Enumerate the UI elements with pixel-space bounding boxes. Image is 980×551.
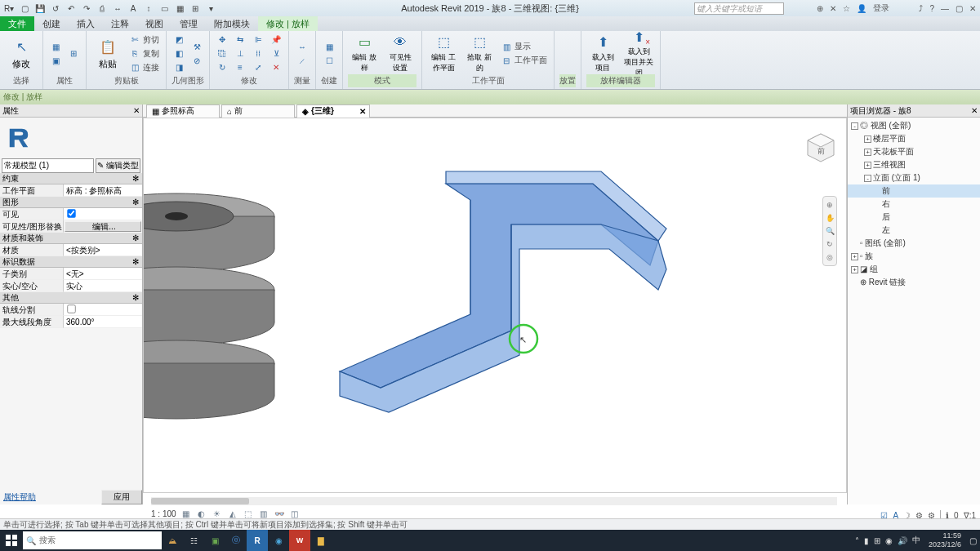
viewer-btn[interactable]: ⊟工作平面 [499, 54, 549, 67]
view-tab-reflevel[interactable]: ▦参照标高 [146, 104, 220, 118]
prop-material-value[interactable]: <按类别> [64, 244, 142, 256]
properties-help-link[interactable]: 属性帮助 [0, 490, 101, 504]
orbit-icon[interactable]: ↻ [824, 238, 835, 250]
prop-subcat-value[interactable]: <无> [64, 268, 142, 280]
login-link[interactable]: 登录 [873, 2, 889, 14]
type-selector[interactable]: 常规模型 (1) [2, 158, 94, 173]
expand-icon[interactable]: - [851, 122, 858, 130]
expand-icon[interactable]: + [851, 253, 858, 260]
section-identity[interactable]: 标识数据✻ [0, 256, 142, 268]
pb-views[interactable]: 视图 (全部) [871, 121, 911, 130]
tab-manage[interactable]: 管理 [172, 16, 206, 31]
tray-devices-icon[interactable]: ⊞ [874, 536, 880, 545]
view-tab-3d[interactable]: ◈{三维} ✕ [296, 104, 370, 118]
demolish-btn[interactable]: ⚒ [189, 40, 204, 53]
task-app2-icon[interactable]: ☷ [183, 530, 204, 551]
pb-front[interactable]: 前 [882, 186, 890, 195]
view-tab-front[interactable]: ⌂前 [221, 104, 295, 118]
wheel-icon[interactable]: ◎ [824, 251, 835, 263]
tab-insert[interactable]: 插入 [69, 16, 103, 31]
mirror-btn[interactable]: ⇆ [233, 33, 247, 47]
zoom-icon[interactable]: 🔍 [824, 225, 835, 237]
text-icon[interactable]: A [127, 2, 140, 15]
tray-up-icon[interactable]: ˄ [855, 536, 859, 545]
edit-wp-button[interactable]: ⬚ 编辑 工作平面 [427, 33, 460, 74]
pin-btn[interactable]: 📌 [269, 33, 283, 47]
tray-battery-icon[interactable]: ▮ [864, 536, 869, 545]
measure-icon[interactable]: ↔ [111, 2, 124, 15]
undo-icon[interactable]: ↶ [65, 2, 78, 15]
create-similar-btn[interactable]: ▦ [322, 40, 336, 53]
dim-btn[interactable]: ↔ [295, 40, 310, 53]
offset-btn[interactable]: ≡ [233, 61, 247, 74]
paste-button[interactable]: 📋 粘贴 [91, 33, 124, 74]
section-graphics[interactable]: 图形✻ [0, 197, 142, 208]
redo-icon[interactable]: ↷ [80, 2, 93, 15]
tray-volume-icon[interactable]: 🔊 [898, 536, 907, 545]
close-tab-icon[interactable]: ✕ [359, 107, 366, 116]
expand-icon[interactable]: + [864, 162, 871, 169]
prop-maxang-value[interactable]: 360.00° [64, 316, 142, 328]
start-button[interactable] [0, 530, 23, 551]
pb-close-icon[interactable]: ✕ [971, 106, 978, 115]
pb-groups[interactable]: 组 [870, 264, 878, 273]
prop-traj-value[interactable] [64, 304, 142, 316]
modify-button[interactable]: ↖ 修改 [5, 33, 38, 74]
tab-create[interactable]: 创建 [34, 16, 69, 31]
traj-checkbox[interactable] [67, 304, 75, 313]
join-geom-btn[interactable]: ◨ [172, 61, 186, 74]
prop-vg-button[interactable]: 编辑... [65, 221, 141, 232]
pb-right[interactable]: 右 [882, 199, 890, 208]
join-button[interactable]: ◫连接 [127, 61, 161, 74]
align-btn[interactable]: ⊫ [251, 33, 265, 47]
shadows-icon[interactable]: ◭ [227, 508, 238, 519]
visible-checkbox[interactable] [67, 209, 75, 217]
dim-icon[interactable]: ↕ [142, 2, 155, 15]
user-icon[interactable]: 👤 [857, 4, 866, 13]
pb-back[interactable]: 后 [882, 212, 890, 221]
pb-3d[interactable]: 三维视图 [873, 160, 906, 169]
keep-signed-icon[interactable]: ✕ [830, 4, 836, 13]
help-icon[interactable]: ? [929, 4, 934, 13]
edit-type-button[interactable]: ✎ 编辑类型 [96, 158, 140, 173]
infocenter-icon[interactable]: ⊕ [817, 4, 823, 13]
props-btn[interactable]: ▦ [48, 40, 63, 53]
taskbar-clock[interactable]: 11:59 2023/12/6 [925, 531, 964, 549]
revit-app-icon[interactable]: R▾ [2, 2, 16, 15]
view-scale[interactable]: 1 : 100 [151, 509, 176, 518]
showcrop-icon[interactable]: ▥ [258, 508, 270, 519]
section-icon[interactable]: ▭ [158, 2, 171, 15]
tab-file[interactable]: 文件 [0, 16, 34, 31]
pb-links[interactable]: Revit 链接 [869, 278, 906, 287]
apply-button[interactable]: 应用 [101, 490, 142, 504]
sunpath-icon[interactable]: ☀ [212, 508, 223, 519]
splitl-btn[interactable]: ⊻ [269, 47, 283, 60]
notch-btn[interactable]: ◩ [172, 33, 186, 47]
tray-ime-icon[interactable]: 中 [912, 535, 920, 546]
pb-sheets[interactable]: 图纸 (全部) [865, 238, 905, 247]
visibility-button[interactable]: 👁 可见性 设置 [384, 33, 416, 74]
maximize-icon[interactable]: ▢ [956, 4, 963, 13]
task-wps-icon[interactable]: W [289, 530, 310, 551]
save-icon[interactable]: 💾 [33, 2, 47, 15]
task-ie-icon[interactable]: ⓔ [225, 530, 247, 551]
switch-win-icon[interactable]: ▾ [204, 2, 217, 15]
favorite-icon[interactable]: ☆ [843, 4, 850, 13]
properties-close-icon[interactable]: ✕ [133, 106, 140, 115]
project-tree[interactable]: -◎ 视图 (全部) +楼层平面 +天花板平面 +三维视图 -立面 (立面 1)… [848, 118, 980, 291]
section-constraints[interactable]: 约束✻ [0, 173, 142, 184]
pb-left[interactable]: 左 [882, 225, 890, 234]
temphide-icon[interactable]: 👓 [274, 508, 285, 519]
load-project-button[interactable]: ⬆ 载入到 项目 [586, 33, 619, 74]
prop-visible-value[interactable] [64, 208, 142, 220]
crop-icon[interactable]: ⬚ [243, 508, 254, 519]
cut-geom-btn[interactable]: ◧ [172, 47, 186, 60]
shading-icon[interactable]: ▦ [173, 2, 186, 15]
pick-new-button[interactable]: ⬚ 拾取 新的 [463, 33, 496, 74]
pb-families[interactable]: 族 [865, 251, 873, 260]
prop-solid-value[interactable]: 实心 [64, 280, 142, 292]
close-wins-icon[interactable]: ⊞ [189, 2, 202, 15]
help-search-input[interactable]: 键入关键字或短语 [694, 2, 784, 15]
fullnav-icon[interactable]: ⊕ [824, 199, 835, 211]
move-btn[interactable]: ✥ [215, 33, 229, 47]
